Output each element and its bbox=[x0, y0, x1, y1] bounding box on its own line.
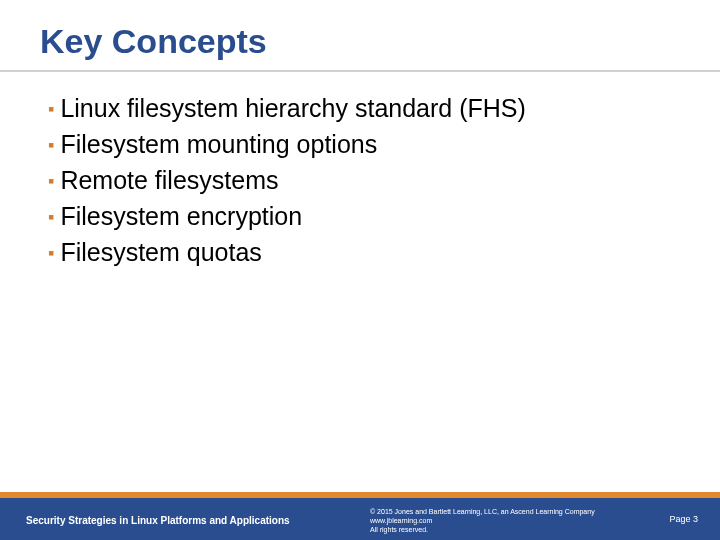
bullet-text: Linux filesystem hierarchy standard (FHS… bbox=[60, 92, 525, 124]
bullet-text: Remote filesystems bbox=[60, 164, 278, 196]
bullet-text: Filesystem quotas bbox=[60, 236, 261, 268]
bullet-text: Filesystem mounting options bbox=[60, 128, 377, 160]
bullet-item: ▪ Filesystem encryption bbox=[48, 200, 680, 232]
bullet-text: Filesystem encryption bbox=[60, 200, 302, 232]
bullet-item: ▪ Filesystem mounting options bbox=[48, 128, 680, 160]
footer-bar: Security Strategies in Linux Platforms a… bbox=[0, 498, 720, 540]
bullet-item: ▪ Linux filesystem hierarchy standard (F… bbox=[48, 92, 680, 124]
copyright-line: www.jblearning.com bbox=[370, 516, 595, 525]
bullet-icon: ▪ bbox=[48, 170, 54, 193]
bullet-icon: ▪ bbox=[48, 134, 54, 157]
footer-title: Security Strategies in Linux Platforms a… bbox=[26, 515, 290, 526]
title-underline bbox=[0, 70, 720, 72]
page-number: Page 3 bbox=[669, 514, 698, 524]
bullet-icon: ▪ bbox=[48, 206, 54, 229]
footer-copyright: © 2015 Jones and Bartlett Learning, LLC,… bbox=[370, 507, 595, 534]
slide-body: ▪ Linux filesystem hierarchy standard (F… bbox=[48, 92, 680, 272]
copyright-line: © 2015 Jones and Bartlett Learning, LLC,… bbox=[370, 507, 595, 516]
slide-title: Key Concepts bbox=[40, 22, 267, 61]
bullet-icon: ▪ bbox=[48, 242, 54, 265]
bullet-item: ▪ Remote filesystems bbox=[48, 164, 680, 196]
bullet-item: ▪ Filesystem quotas bbox=[48, 236, 680, 268]
bullet-icon: ▪ bbox=[48, 98, 54, 121]
slide-footer: Security Strategies in Linux Platforms a… bbox=[0, 492, 720, 540]
copyright-line: All rights reserved. bbox=[370, 525, 595, 534]
slide: Key Concepts ▪ Linux filesystem hierarch… bbox=[0, 0, 720, 540]
